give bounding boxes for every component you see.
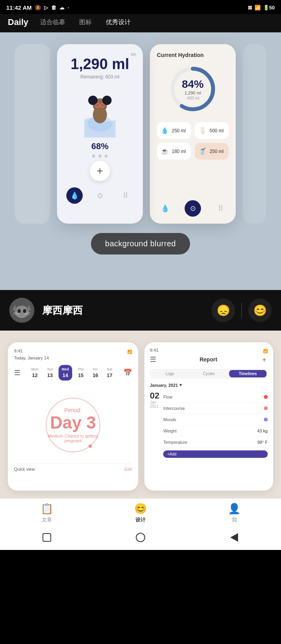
hyd-btn-500[interactable]: 🥛 500 ml	[195, 122, 229, 139]
sad-reaction-btn[interactable]: 😞	[212, 299, 235, 322]
happy-reaction-btn[interactable]: 😊	[248, 299, 272, 322]
svg-point-11	[15, 306, 29, 318]
nav-me[interactable]: 👤 我	[228, 503, 240, 523]
back-btn[interactable]	[227, 530, 241, 544]
report-row-weight: Weight 43 kg	[163, 425, 268, 437]
water-nav-btn[interactable]: 💧	[66, 187, 83, 204]
calendar-icon[interactable]: 📅	[123, 368, 132, 377]
dot-icon: ·	[68, 5, 69, 11]
hyd-btn-250[interactable]: 💧 250 ml	[157, 122, 191, 139]
top-nav: Daily 适合临摹 图标 优秀设计	[0, 14, 281, 32]
report-date-year: 2021	[150, 404, 159, 409]
hydration-section: ✏ 1,290 ml Remaining: 603 ml	[0, 32, 281, 290]
blur-pill-text: background blurred	[105, 239, 176, 248]
day-thu[interactable]: Thu 15	[75, 365, 87, 381]
flow-dot	[264, 395, 268, 399]
hyd-btn-250b[interactable]: 🥤 250 ml	[195, 143, 229, 160]
report-date-month: Jan	[150, 400, 159, 404]
circle-icon	[136, 533, 145, 542]
health-section: 9:41 📶 Today, January 14 ☰ Mon 12 Tue 13…	[0, 331, 281, 498]
hydration-title: Current Hydration	[157, 52, 204, 58]
report-title: Report	[199, 356, 217, 363]
tab-cycles[interactable]: Cycles	[190, 370, 228, 377]
stats2-nav-btn[interactable]: ⊙	[185, 200, 201, 217]
dot-2	[98, 155, 101, 158]
ring-ml: 1,290 ml	[182, 91, 204, 95]
day-wed[interactable]: Wed 14	[59, 365, 72, 381]
edit-icon[interactable]: ✏	[131, 50, 137, 59]
square-icon	[43, 533, 51, 542]
ring-sub: -603 ml	[182, 96, 204, 100]
card-nav-icons: 💧 ⊙ ⠿	[65, 187, 135, 204]
stats-nav-btn[interactable]: ⊙	[92, 187, 108, 204]
day-sat[interactable]: Sat 17	[104, 365, 116, 381]
add-water-button[interactable]: +	[90, 161, 110, 181]
period-dot	[89, 445, 92, 448]
report-row-moods: Moods	[163, 414, 268, 425]
water-character	[78, 83, 121, 137]
card2-signal: 📶	[263, 349, 268, 353]
dot-3	[105, 155, 108, 158]
user-reactions: 😞 😊	[212, 299, 272, 322]
report-menu-icon[interactable]: ☰	[150, 355, 156, 364]
nav-article[interactable]: 📋 文章	[41, 503, 53, 523]
dot-1	[92, 155, 95, 158]
quick-view-text: Quick view	[14, 467, 35, 471]
tab-timelines[interactable]: Timelines	[229, 370, 267, 377]
day-tue[interactable]: Tue 13	[44, 365, 56, 381]
hyd-btn-500-label: 500 ml	[210, 128, 224, 133]
tab-trace[interactable]: 适合临摹	[40, 18, 65, 27]
back-arrow-icon	[230, 533, 238, 542]
nav-me-label: 我	[232, 516, 237, 523]
edit-text[interactable]: Edit	[124, 467, 132, 471]
water2-nav-btn[interactable]: 💧	[157, 200, 173, 217]
water-remaining: Remaining: 603 ml	[80, 74, 119, 80]
add-btn[interactable]: +Add	[163, 450, 268, 458]
nav-tabs: 适合临摹 图标 优秀设计	[40, 18, 131, 27]
card-partial-left	[15, 44, 50, 224]
ring-percent: 84%	[182, 78, 204, 91]
week-nav: ☰ Mon 12 Tue 13 Wed 14 Thu 15	[14, 365, 132, 381]
water-amount: 1,290 ml	[71, 56, 129, 73]
svg-point-14	[18, 309, 21, 313]
card1-time: 9:41	[14, 349, 23, 353]
hyd-btn-250-label: 250 ml	[172, 128, 186, 133]
day-mon[interactable]: Mon 12	[28, 365, 42, 381]
tab-logs[interactable]: Logs	[151, 370, 189, 377]
card1-signal: 📶	[127, 350, 132, 354]
day-fri[interactable]: Fri 16	[89, 365, 101, 381]
blur-pill: background blurred	[91, 233, 190, 254]
period-sub: Medium Chance to getting pregnant	[46, 434, 100, 443]
wifi-icon: 📶	[254, 5, 261, 11]
hydration-stats-card: Current Hydration 84% 1,290 ml -603 ml	[150, 44, 236, 224]
ring-chart: 84% 1,290 ml -603 ml	[167, 64, 218, 114]
nav-design[interactable]: 😊 设计	[134, 503, 147, 523]
user-section: 摩西摩西 😞 😊	[0, 290, 281, 331]
status-left: 11:42 AM 🔕 ▷ 🗑 ☁ ·	[6, 4, 69, 11]
nav-design-label: 设计	[135, 516, 146, 523]
cloud-icon: ☁	[59, 5, 64, 11]
water-percent: 68%	[91, 141, 108, 151]
hyd-btn-180[interactable]: ☕ 180 ml	[157, 143, 191, 160]
card-partial-right	[243, 44, 266, 224]
report-header: ☰ Report ＋	[150, 355, 268, 364]
card2-time: 9:41	[150, 348, 158, 352]
hyd-btn-250b-label: 250 ml	[210, 149, 224, 154]
period-tracker-card: 9:41 📶 Today, January 14 ☰ Mon 12 Tue 13…	[8, 342, 138, 491]
report-add-icon[interactable]: ＋	[261, 355, 268, 364]
user-name: 摩西摩西	[42, 304, 83, 317]
report-month: January, 2021 ▾	[150, 382, 268, 388]
tab-design[interactable]: 优秀设计	[106, 18, 131, 27]
period-day: Day 3	[46, 413, 100, 432]
status-bar: 11:42 AM 🔕 ▷ 🗑 ☁ · ⊠ 📶 🔋50	[0, 0, 281, 14]
period-content: Period: Day 3 Medium Chance to getting p…	[14, 386, 132, 460]
grid2-nav-btn[interactable]: ⠿	[212, 200, 229, 217]
home-btn[interactable]	[133, 530, 148, 544]
water-drop-icon: 💧	[161, 127, 169, 134]
card-nav-icons2: 💧 ⊙ ⠿	[157, 196, 229, 217]
tab-icons[interactable]: 图标	[79, 18, 92, 27]
quick-view-bar: Quick view Edit	[14, 463, 132, 471]
menu-icon[interactable]: ☰	[14, 368, 20, 377]
recent-apps-btn[interactable]	[40, 530, 54, 544]
grid-nav-btn[interactable]: ⠿	[117, 187, 133, 204]
